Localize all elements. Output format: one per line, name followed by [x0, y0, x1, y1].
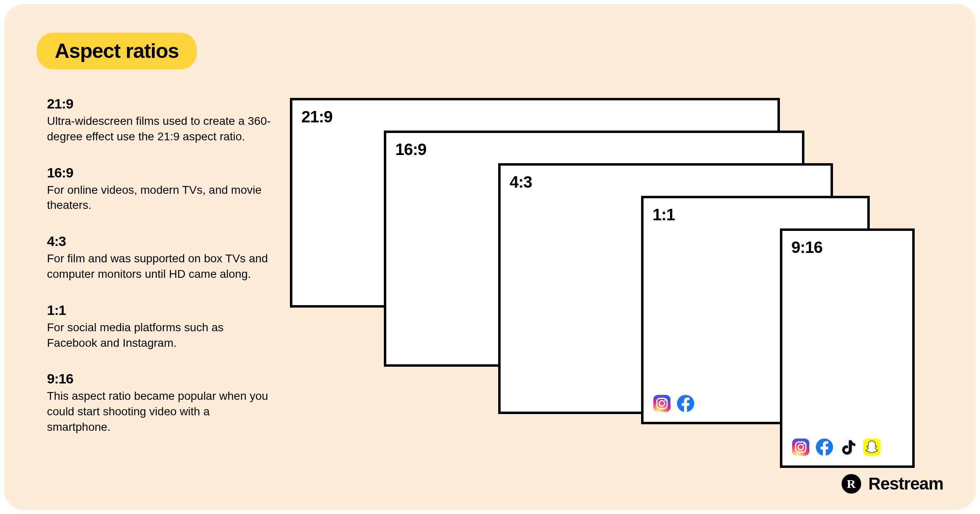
descriptions-column: 21:9 Ultra-widescreen films used to crea… [47, 96, 276, 455]
brand-logo: R Restream [842, 474, 943, 494]
facebook-icon [676, 394, 695, 413]
desc-heading: 21:9 [47, 96, 276, 112]
ratio-boxes-stage: 21:9 16:9 4:3 1:1 9:16 [290, 98, 943, 465]
ratio-label: 21:9 [301, 108, 332, 126]
ratio-label: 4:3 [510, 173, 532, 191]
instagram-icon [791, 438, 810, 456]
page-title: Aspect ratios [37, 33, 197, 69]
ratio-label: 16:9 [395, 140, 426, 159]
desc-4-3: 4:3 For film and was supported on box TV… [47, 233, 276, 282]
ratio-label: 9:16 [791, 238, 822, 257]
svg-point-8 [803, 443, 805, 445]
desc-heading: 1:1 [47, 302, 276, 318]
desc-body: For film and was supported on box TVs an… [47, 251, 276, 282]
desc-1-1: 1:1 For social media platforms such as F… [47, 302, 276, 351]
desc-9-16: 9:16 This aspect ratio became popular wh… [47, 371, 276, 434]
snapchat-icon [862, 438, 881, 456]
svg-point-3 [664, 399, 666, 401]
tiktok-icon [839, 438, 858, 456]
desc-body: This aspect ratio became popular when yo… [47, 388, 276, 434]
ratio-box-9-16: 9:16 [780, 228, 915, 468]
desc-body: For online videos, modern TVs, and movie… [47, 182, 276, 213]
desc-heading: 9:16 [47, 371, 276, 387]
icon-row-9-16 [791, 438, 881, 456]
desc-body: For social media platforms such as Faceb… [47, 320, 276, 351]
svg-rect-5 [792, 439, 809, 456]
brand-text: Restream [869, 474, 943, 494]
svg-rect-0 [653, 395, 670, 412]
ratio-label: 1:1 [653, 206, 675, 224]
desc-21-9: 21:9 Ultra-widescreen films used to crea… [47, 96, 276, 144]
desc-body: Ultra-widescreen films used to create a … [47, 113, 276, 144]
facebook-icon [815, 438, 834, 456]
desc-16-9: 16:9 For online videos, modern TVs, and … [47, 165, 276, 213]
brand-badge-icon: R [842, 474, 861, 494]
desc-heading: 4:3 [47, 233, 276, 249]
desc-heading: 16:9 [47, 165, 276, 181]
icon-row-1-1 [653, 394, 695, 413]
diagram-canvas: Aspect ratios 21:9 Ultra-widescreen film… [4, 4, 976, 510]
instagram-icon [653, 394, 671, 413]
